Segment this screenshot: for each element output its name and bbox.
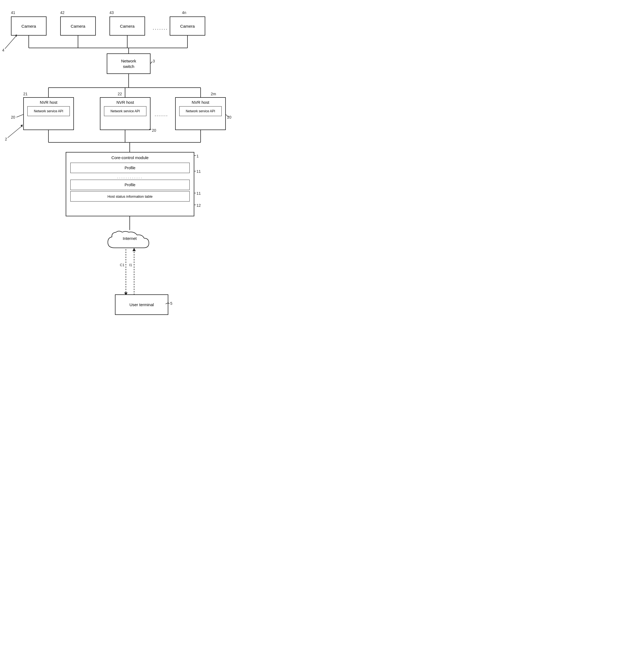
nvr-id-22: 22 — [118, 92, 122, 96]
camera-id-43: 43 — [109, 10, 114, 15]
user-terminal: User terminal — [115, 294, 168, 315]
label-4: 4 — [2, 48, 4, 52]
svg-line-34 — [151, 62, 152, 64]
camera-41-label: Camera — [21, 24, 36, 28]
nvr-host-2m: NVR host Network service API — [175, 97, 226, 130]
camera-4n-label: Camera — [180, 24, 195, 28]
internet-cloud: Internet — [104, 230, 156, 252]
label-5: 5 — [170, 301, 172, 306]
nvr-host-21-label: NVR host — [40, 100, 57, 104]
camera-dots: ....... — [153, 25, 168, 31]
svg-line-21 — [5, 35, 17, 49]
nvr-id-21: 21 — [23, 92, 28, 96]
nvr-host-22-label: NVR host — [116, 100, 134, 104]
nvr-id-2m: 2m — [211, 92, 216, 96]
internet-label: Internet — [104, 236, 156, 241]
nvr-dots: ....... — [155, 112, 168, 118]
svg-line-23 — [151, 62, 152, 63]
label-20-left: 20 — [11, 115, 15, 119]
label-2: 2 — [5, 137, 7, 141]
network-switch: Networkswitch — [107, 53, 151, 74]
profile-1: Profile — [70, 163, 190, 173]
nvr-host-2m-api: Network service API — [179, 106, 222, 116]
nvr-host-22-api: Network service API — [104, 106, 146, 116]
nvr-host-21: NVR host Network service API — [23, 97, 74, 130]
camera-43-label: Camera — [120, 24, 134, 28]
camera-id-4n: 4n — [182, 10, 186, 15]
camera-id-41: 41 — [11, 10, 15, 15]
camera-43: Camera — [109, 17, 145, 35]
core-control-module: Core-control module Profile ............… — [66, 152, 194, 216]
profile-dots: ............ — [70, 175, 190, 179]
camera-42: Camera — [60, 17, 96, 35]
svg-line-24 — [8, 126, 22, 138]
nvr-host-2m-label: NVR host — [192, 100, 209, 104]
profile-2: Profile — [70, 179, 190, 190]
label-20-mid: 20 — [152, 128, 156, 133]
i1-label: I1 — [129, 263, 132, 267]
cloud-svg — [104, 230, 156, 252]
nvr-host-22: NVR host Network service API — [100, 97, 151, 130]
camera-42-label: Camera — [71, 24, 85, 28]
camera-4n: Camera — [170, 17, 205, 35]
svg-marker-25 — [21, 125, 23, 127]
label-3: 3 — [153, 59, 155, 63]
network-switch-label: Networkswitch — [121, 58, 136, 69]
label-20-right: 20 — [227, 115, 231, 119]
nvr-host-21-api: Network service API — [27, 106, 70, 116]
diagram: Camera Camera Camera Camera ....... 41 4… — [0, 0, 315, 336]
c1-label: C1 — [120, 263, 125, 267]
svg-line-27 — [17, 115, 23, 117]
host-status-table: Host status information table — [70, 191, 190, 201]
label-1: 1 — [197, 154, 199, 158]
core-module-title: Core-control module — [70, 155, 190, 160]
label-12: 12 — [197, 203, 201, 208]
label-11b: 11 — [197, 191, 201, 195]
camera-id-42: 42 — [60, 10, 65, 15]
camera-41: Camera — [11, 17, 47, 35]
label-11a: 11 — [197, 169, 201, 174]
user-terminal-label: User terminal — [129, 302, 154, 307]
